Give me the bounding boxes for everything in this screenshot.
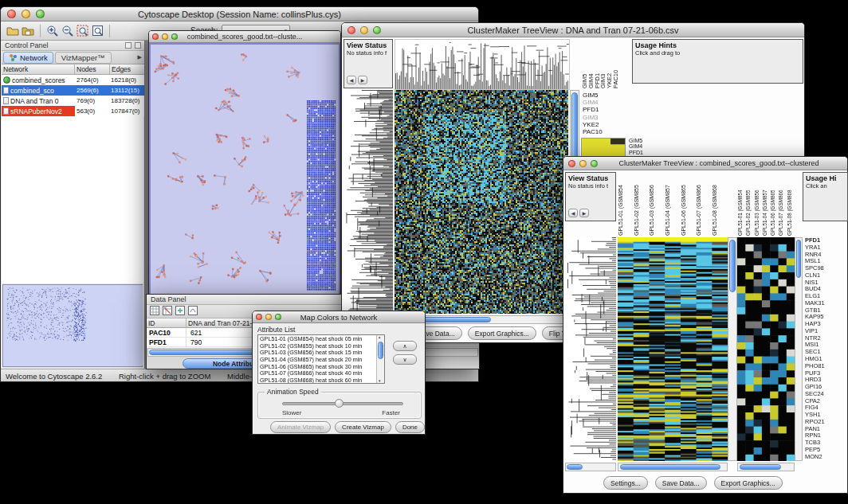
network-list-row[interactable]: sRNAPuberNov2 563(0) 107847(0) bbox=[2, 106, 144, 116]
attribute-item[interactable]: GPL51-01 (GSM854) heat shock 05 min bbox=[258, 336, 376, 343]
zoom-column-label[interactable]: GPL51-03 (GSM856 bbox=[754, 174, 762, 236]
zoom-in-icon[interactable] bbox=[45, 23, 60, 38]
id-column-header[interactable]: ID bbox=[147, 318, 186, 327]
treeview-action-button[interactable]: Export Graphics... bbox=[714, 476, 783, 490]
network-list-row[interactable]: combined_sco 2569(6) 13112(15) bbox=[2, 85, 144, 96]
zoom-treeview2-button[interactable] bbox=[591, 160, 598, 167]
move-down-button[interactable]: ∨ bbox=[393, 354, 417, 365]
zoom-selected-icon[interactable] bbox=[75, 23, 90, 38]
scroll-right-button[interactable]: ▶ bbox=[358, 76, 367, 84]
close-treeview2-button[interactable] bbox=[568, 160, 575, 167]
float-panel-icon[interactable] bbox=[125, 42, 132, 49]
attribute-item[interactable]: GPL51-03 (GSM856) heat shock 15 min bbox=[258, 350, 376, 357]
zoom-column-label[interactable]: GPL51-08 (GSM868 bbox=[787, 174, 795, 236]
close-window-button[interactable] bbox=[7, 10, 16, 18]
treeview-action-button[interactable]: Save Data... bbox=[655, 476, 707, 490]
tab-network[interactable]: Network bbox=[3, 52, 53, 64]
scroll-thumb[interactable] bbox=[620, 464, 720, 470]
rotated-gene-label[interactable]: GIM4 bbox=[587, 41, 594, 88]
dialog-button[interactable]: Done bbox=[395, 421, 425, 433]
zoom-column-label[interactable]: GPL51-01 (GSM854 bbox=[737, 174, 745, 236]
scroll-up-icon[interactable]: ▲ bbox=[378, 335, 381, 339]
array-column-label[interactable]: GPL51-07 (GSM866 bbox=[696, 174, 712, 236]
close-dialog-button[interactable] bbox=[256, 314, 262, 320]
heatmap-vscroll[interactable] bbox=[728, 237, 737, 461]
gene-label[interactable]: GIM5 bbox=[583, 92, 624, 99]
move-up-button[interactable]: ∧ bbox=[393, 341, 417, 351]
treeview-action-button[interactable]: Export Graphics... bbox=[468, 326, 536, 340]
zoom-vscroll[interactable] bbox=[795, 237, 803, 461]
close-treeview1-button[interactable] bbox=[347, 26, 355, 34]
rotated-gene-label[interactable]: YKE2 bbox=[606, 41, 612, 88]
tab-overflow-icon[interactable]: ▶ bbox=[138, 54, 142, 61]
select-attributes-icon[interactable] bbox=[150, 304, 159, 318]
scroll-thumb[interactable] bbox=[378, 342, 383, 359]
network-overview-canvas[interactable] bbox=[3, 285, 143, 365]
matrix-gene-label[interactable]: GIM5 bbox=[629, 138, 661, 143]
gene-label[interactable]: GIM3 bbox=[583, 114, 624, 121]
network-view-titlebar[interactable]: combined_scores_good.txt--cluste... bbox=[149, 31, 340, 43]
array-column-label[interactable]: GPL51-04 (GSM857 bbox=[665, 174, 681, 236]
minimize-window-button[interactable] bbox=[22, 10, 30, 18]
attribute-formula-icon[interactable] bbox=[188, 304, 198, 318]
scroll-left-button[interactable]: ◀ bbox=[568, 209, 578, 217]
scroll-down-icon[interactable]: ▼ bbox=[378, 379, 381, 383]
network-list-row[interactable]: DNA and Tran 0 769(0) 183728(0) bbox=[2, 96, 144, 106]
attribute-item[interactable]: GPL51-04 (GSM857) heat shock 20 min bbox=[258, 357, 376, 364]
array-column-label[interactable]: GPL51-06 (GSM865 bbox=[681, 174, 697, 236]
minimize-dialog-button[interactable] bbox=[265, 314, 272, 320]
attribute-list-vscroll[interactable]: ▲ ▼ bbox=[376, 335, 384, 383]
zoom-treeview1-button[interactable] bbox=[373, 26, 381, 34]
matrix-gene-label[interactable]: GIM4 bbox=[629, 143, 661, 149]
attribute-listbox[interactable]: GPL51-01 (GSM854) heat shock 05 minGPL51… bbox=[257, 334, 385, 384]
gene-label[interactable]: PFD1 bbox=[583, 106, 624, 113]
close-view-button[interactable] bbox=[152, 33, 159, 40]
close-panel-icon[interactable] bbox=[135, 42, 141, 49]
zoom-column-label[interactable]: GPL51-07 (GSM866 bbox=[778, 174, 786, 236]
treeview1-titlebar[interactable]: ClusterMaker TreeView : DNA and Tran 07-… bbox=[342, 23, 804, 37]
treeview2-titlebar[interactable]: ClusterMaker TreeView : combined_scores_… bbox=[563, 157, 847, 170]
zoom-fit-icon[interactable] bbox=[90, 23, 105, 38]
open-session-icon[interactable] bbox=[6, 23, 21, 38]
row-dendrogram-canvas[interactable] bbox=[565, 237, 616, 461]
zoom-dialog-button[interactable] bbox=[275, 314, 281, 320]
rotated-gene-label[interactable]: PAC10 bbox=[612, 41, 618, 88]
dialog-button[interactable]: Create Vizmap bbox=[335, 421, 391, 433]
treeview-action-button[interactable]: Settings... bbox=[603, 476, 648, 490]
row-dendrogram-canvas[interactable] bbox=[344, 90, 393, 314]
scroll-thumb[interactable] bbox=[796, 240, 801, 278]
array-column-label[interactable]: GPL51-01 (GSM854 bbox=[618, 174, 634, 236]
attribute-item[interactable]: GPL51-08 (GSM868) heat shock 60 min bbox=[258, 377, 376, 384]
zoom-view-button[interactable] bbox=[171, 33, 178, 40]
zoom-view-canvas[interactable] bbox=[737, 237, 795, 461]
attribute-item[interactable]: GPL51-07 (GSM866) heat shock 40 min bbox=[258, 370, 376, 377]
gene-label[interactable]: YKE2 bbox=[583, 121, 624, 128]
map-dialog-titlebar[interactable]: Map Colors to Network bbox=[253, 311, 425, 323]
minimize-view-button[interactable] bbox=[162, 33, 168, 40]
scroll-right-button[interactable]: ▶ bbox=[579, 209, 589, 217]
matrix-gene-label[interactable]: PFD1 bbox=[629, 150, 661, 155]
save-session-icon[interactable] bbox=[21, 23, 36, 38]
heatmap-canvas[interactable] bbox=[618, 237, 728, 461]
zoom-hscroll[interactable] bbox=[737, 463, 795, 471]
gene-label[interactable]: MON2 bbox=[805, 454, 848, 461]
new-attribute-icon[interactable] bbox=[175, 304, 185, 318]
tab-vizmapper[interactable]: VizMapper™ bbox=[55, 52, 112, 64]
scroll-left-button[interactable]: ◀ bbox=[347, 76, 356, 84]
zoom-column-label[interactable]: GPL51-02 (GSM855 bbox=[745, 174, 753, 236]
minimize-treeview1-button[interactable] bbox=[360, 26, 368, 34]
network-view-canvas[interactable] bbox=[151, 45, 339, 294]
zoom-column-label[interactable]: GPL51-04 (GSM857 bbox=[762, 174, 770, 236]
heatmap-hscroll[interactable] bbox=[618, 463, 728, 471]
zoom-window-button[interactable] bbox=[36, 10, 45, 18]
zoom-column-label[interactable]: GPL51-06 (GSM865 bbox=[770, 174, 778, 236]
rotated-gene-label[interactable]: GIM5 bbox=[581, 41, 587, 88]
column-dendrogram-canvas[interactable] bbox=[395, 39, 570, 90]
minimize-treeview2-button[interactable] bbox=[579, 160, 587, 167]
main-titlebar[interactable]: Cytoscape Desktop (Session Name: collins… bbox=[1, 7, 478, 21]
unselect-attributes-icon[interactable] bbox=[163, 304, 172, 318]
array-column-label[interactable]: GPL51-03 (GSM856 bbox=[649, 174, 665, 236]
gene-label[interactable]: GIM4 bbox=[583, 99, 624, 106]
attribute-item[interactable]: GPL51-02 (GSM855) heat shock 10 min bbox=[258, 343, 376, 350]
gene-label[interactable]: PAC10 bbox=[583, 128, 624, 135]
